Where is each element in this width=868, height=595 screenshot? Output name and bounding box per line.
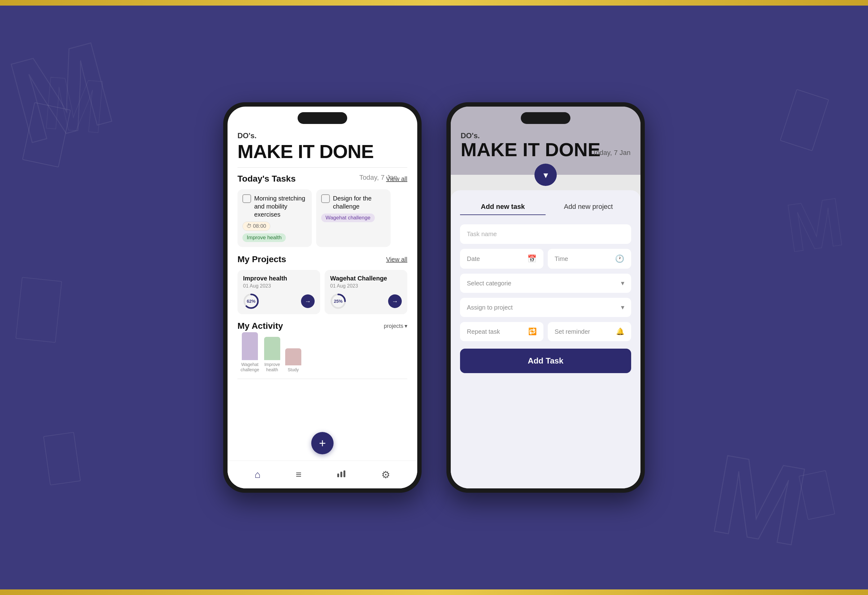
deco-letter-2: M xyxy=(40,59,109,150)
bar-label-1: Wagehatchallenge xyxy=(241,362,259,373)
project-card-1[interactable]: Improve health 01 Aug 2023 62% xyxy=(238,270,320,314)
date-label-2: Today, 7 Jan xyxy=(592,149,630,157)
phone-1: DO's. MAKE IT DONE Today, 7 Jan Today's … xyxy=(223,102,422,493)
project-1-progress: 62% xyxy=(243,293,259,309)
bar-chart: Wagehatchallenge Improvehealth Study xyxy=(238,335,407,373)
project-2-bottom: 25% → xyxy=(330,293,402,309)
time-field[interactable]: Time 🕐 xyxy=(548,249,631,269)
projects-view-all[interactable]: View all xyxy=(386,256,407,263)
phone-1-content: DO's. MAKE IT DONE Today, 7 Jan Today's … xyxy=(227,107,417,464)
task-1-checkbox[interactable] xyxy=(242,194,251,203)
project-2-progress: 25% xyxy=(330,293,346,309)
date-label-1: Today, 7 Jan xyxy=(359,174,397,182)
task-card-2[interactable]: Design for the challenge Wagehat challen… xyxy=(316,189,391,247)
dropdown-arrow-button[interactable]: ▾ xyxy=(534,163,557,186)
date-field[interactable]: Date 📅 xyxy=(460,249,543,269)
activity-section-title: My Activity xyxy=(238,321,283,331)
gold-border-bottom xyxy=(0,589,868,595)
project-2-date: 01 Aug 2023 xyxy=(330,283,402,289)
bar-label-2: Improvehealth xyxy=(264,362,280,373)
date-label: Date xyxy=(467,255,480,262)
task-1-time: 08:00 xyxy=(253,223,266,229)
task-2-category-tag: Wagehat challenge xyxy=(321,214,375,222)
task-1-name: Morning stretching and mobility exercise… xyxy=(254,194,307,218)
activity-filter[interactable]: projects ▾ xyxy=(384,323,407,330)
projects-row: Improve health 01 Aug 2023 62% xyxy=(238,270,407,314)
app-title-1: MAKE IT DONE xyxy=(238,142,407,161)
deco-rect-2 xyxy=(43,432,81,485)
reminder-label: Set reminder xyxy=(555,328,590,335)
phones-container: DO's. MAKE IT DONE Today, 7 Jan Today's … xyxy=(223,102,645,493)
project-1-name: Improve health xyxy=(243,275,314,282)
bar-group-3: Study xyxy=(285,348,301,373)
task-1-header: Morning stretching and mobility exercise… xyxy=(242,194,307,218)
modal-sheet: Add new task Add new project Task name D… xyxy=(451,190,641,488)
bar-wagehat xyxy=(242,332,258,360)
svg-rect-5 xyxy=(340,472,342,477)
nav-chart-icon[interactable] xyxy=(337,469,346,480)
project-2-progress-text: 25% xyxy=(334,299,342,304)
task-card-1[interactable]: Morning stretching and mobility exercise… xyxy=(238,189,312,247)
project-label: Assign to project xyxy=(467,304,513,311)
bar-label-3: Study xyxy=(288,367,299,373)
phone-2: DO's. MAKE IT DONE Today, 7 Jan ▾ Add ne… xyxy=(446,102,645,493)
todays-tasks-section: Today's Tasks View all Morning stretchin… xyxy=(238,174,407,247)
task-2-checkbox[interactable] xyxy=(321,194,330,203)
task-name-placeholder: Task name xyxy=(467,231,624,238)
tab-add-task[interactable]: Add new task xyxy=(460,203,546,215)
category-chevron-icon: ▾ xyxy=(621,279,624,287)
task-1-time-tag: ⏱ 08:00 xyxy=(242,222,270,231)
fab-button[interactable]: + xyxy=(311,432,334,454)
project-1-date: 01 Aug 2023 xyxy=(243,283,314,289)
deco-rect-5 xyxy=(16,277,62,343)
tab-add-project[interactable]: Add new project xyxy=(546,203,631,215)
deco-rect-1 xyxy=(22,102,71,168)
bar-study xyxy=(285,348,301,365)
repeat-label: Repeat task xyxy=(467,328,500,335)
nav-home-icon[interactable]: ⌂ xyxy=(254,469,260,480)
project-1-arrow[interactable]: → xyxy=(301,295,314,308)
repeat-reminder-row: Repeat task 🔁 Set reminder 🔔 xyxy=(460,322,631,341)
svg-rect-6 xyxy=(344,470,345,477)
task-2-tags: Wagehat challenge xyxy=(321,214,386,222)
nav-settings-icon[interactable]: ⚙ xyxy=(381,469,390,481)
activity-filter-chevron: ▾ xyxy=(404,323,407,330)
add-task-button[interactable]: Add Task xyxy=(460,349,631,373)
divider-1 xyxy=(238,167,407,168)
deco-letter-1: M xyxy=(0,14,127,171)
app-brand-1: DO's. xyxy=(238,131,407,140)
deco-rect-4 xyxy=(799,470,835,520)
dynamic-island-1 xyxy=(298,112,347,124)
tab-row: Add new task Add new project xyxy=(460,203,631,215)
my-activity-section: My Activity projects ▾ Wagehatchallenge xyxy=(238,321,407,379)
project-1-bottom: 62% → xyxy=(243,293,314,309)
task-2-name: Design for the challenge xyxy=(333,194,386,211)
task-2-header: Design for the challenge xyxy=(321,194,386,211)
deco-letter-3: M xyxy=(703,429,816,571)
category-label: Select categorie xyxy=(467,280,511,287)
project-card-2[interactable]: Wagehat Challenge 01 Aug 2023 25% xyxy=(325,270,407,314)
svg-rect-4 xyxy=(337,474,339,477)
task-name-field[interactable]: Task name xyxy=(460,224,631,244)
project-select[interactable]: Assign to project ▾ xyxy=(460,298,631,317)
phone-1-screen: DO's. MAKE IT DONE Today, 7 Jan Today's … xyxy=(227,107,417,488)
repeat-task-field[interactable]: Repeat task 🔁 xyxy=(460,322,543,341)
projects-section-header: My Projects View all xyxy=(238,255,407,264)
bar-group-2: Improvehealth xyxy=(264,337,280,373)
clock-icon: ⏱ xyxy=(247,223,252,229)
bottom-nav: ⌂ ≡ ⚙ xyxy=(227,461,417,488)
tasks-row: Morning stretching and mobility exercise… xyxy=(238,189,407,247)
my-projects-section: My Projects View all Improve health 01 A… xyxy=(238,255,407,314)
set-reminder-field[interactable]: Set reminder 🔔 xyxy=(548,322,631,341)
bar-health xyxy=(264,337,280,360)
nav-list-icon[interactable]: ≡ xyxy=(296,469,302,480)
task-1-tags: ⏱ 08:00 Improve health xyxy=(242,222,307,242)
time-label: Time xyxy=(555,255,568,262)
bell-icon: 🔔 xyxy=(616,328,624,336)
phone-2-screen: DO's. MAKE IT DONE Today, 7 Jan ▾ Add ne… xyxy=(451,107,641,488)
category-select[interactable]: Select categorie ▾ xyxy=(460,274,631,293)
clock-icon: 🕐 xyxy=(615,255,624,263)
repeat-icon: 🔁 xyxy=(528,328,537,336)
project-2-arrow[interactable]: → xyxy=(388,295,402,308)
dynamic-island-2 xyxy=(521,112,570,124)
